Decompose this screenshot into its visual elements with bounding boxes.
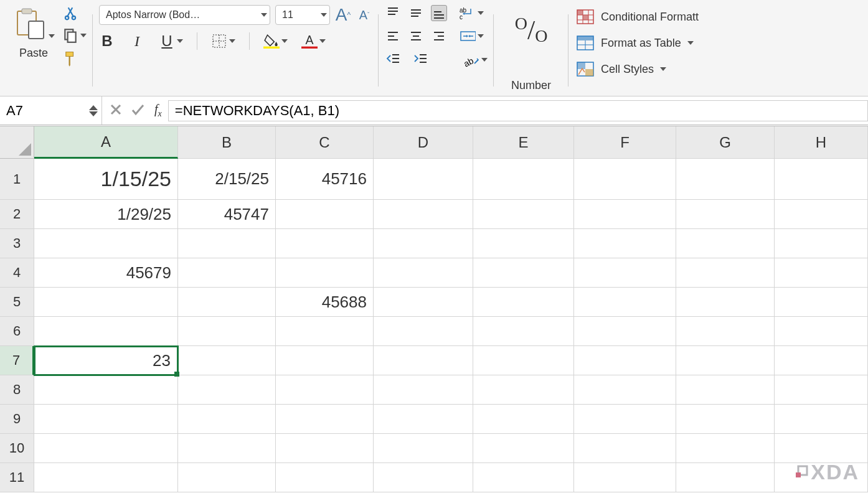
row-header-11[interactable]: 11 bbox=[0, 463, 34, 492]
cell-A9[interactable] bbox=[34, 405, 178, 434]
cell-G10[interactable] bbox=[676, 434, 775, 463]
cell-C9[interactable] bbox=[276, 405, 374, 434]
underline-caret[interactable] bbox=[177, 39, 183, 43]
name-box-up[interactable] bbox=[89, 105, 98, 110]
cell-B9[interactable] bbox=[178, 405, 276, 434]
cell-B2[interactable]: 45747 bbox=[178, 200, 276, 229]
row-header-10[interactable]: 10 bbox=[0, 434, 34, 463]
cell-D2[interactable] bbox=[374, 200, 473, 229]
cell-F5[interactable] bbox=[574, 288, 676, 317]
cell-F2[interactable] bbox=[574, 200, 676, 229]
cell-A5[interactable] bbox=[34, 288, 178, 317]
decrease-indent-button[interactable] bbox=[385, 52, 401, 68]
cell-D6[interactable] bbox=[374, 317, 473, 346]
cell-C1[interactable]: 45716 bbox=[276, 159, 374, 200]
col-header-F[interactable]: F bbox=[574, 126, 676, 159]
cell-styles-button[interactable]: Cell Styles bbox=[575, 57, 856, 81]
col-header-B[interactable]: B bbox=[178, 126, 276, 159]
cell-F8[interactable] bbox=[574, 375, 676, 405]
cell-H2[interactable] bbox=[775, 200, 868, 229]
cell-G9[interactable] bbox=[676, 405, 775, 434]
italic-button[interactable]: I bbox=[129, 33, 145, 49]
cell-F7[interactable] bbox=[574, 346, 676, 375]
col-header-A[interactable]: A bbox=[34, 126, 178, 159]
col-header-C[interactable]: C bbox=[276, 126, 374, 159]
cell-E7[interactable] bbox=[473, 346, 574, 375]
borders-button[interactable] bbox=[211, 33, 227, 49]
merge-center-button[interactable] bbox=[460, 28, 476, 44]
cell-D11[interactable] bbox=[374, 463, 473, 492]
cell-B8[interactable] bbox=[178, 375, 276, 405]
row-header-1[interactable]: 1 bbox=[0, 159, 34, 200]
bold-button[interactable]: B bbox=[99, 33, 115, 49]
cell-H10[interactable] bbox=[775, 434, 868, 463]
cell-C11[interactable] bbox=[276, 463, 374, 492]
cell-F9[interactable] bbox=[574, 405, 676, 434]
cell-F11[interactable] bbox=[574, 463, 676, 492]
cell-A10[interactable] bbox=[34, 434, 178, 463]
cell-G8[interactable] bbox=[676, 375, 775, 405]
cell-C5[interactable]: 45688 bbox=[276, 288, 374, 317]
align-bottom-button[interactable] bbox=[431, 5, 447, 21]
font-name-caret[interactable] bbox=[261, 13, 267, 17]
cell-E5[interactable] bbox=[473, 288, 574, 317]
cell-B11[interactable] bbox=[178, 463, 276, 492]
col-header-E[interactable]: E bbox=[473, 126, 574, 159]
cell-F10[interactable] bbox=[574, 434, 676, 463]
conditional-formatting-button[interactable]: Conditional Formatt bbox=[575, 5, 856, 29]
select-all-corner[interactable] bbox=[0, 126, 34, 159]
copy-button[interactable] bbox=[62, 27, 87, 44]
name-box-input[interactable] bbox=[6, 103, 75, 119]
cell-A3[interactable] bbox=[34, 229, 178, 258]
align-top-button[interactable] bbox=[385, 5, 401, 21]
cell-B10[interactable] bbox=[178, 434, 276, 463]
cell-A4[interactable]: 45679 bbox=[34, 258, 178, 288]
cell-B7[interactable] bbox=[178, 346, 276, 375]
cell-A2[interactable]: 1/29/25 bbox=[34, 200, 178, 229]
orientation-button[interactable]: ab bbox=[463, 52, 479, 68]
cell-H6[interactable] bbox=[775, 317, 868, 346]
cell-H8[interactable] bbox=[775, 375, 868, 405]
increase-indent-button[interactable] bbox=[412, 52, 428, 68]
row-header-9[interactable]: 9 bbox=[0, 405, 34, 434]
cell-A7[interactable]: 23 bbox=[34, 345, 179, 376]
formula-input[interactable] bbox=[168, 100, 868, 121]
font-color-button[interactable]: A bbox=[301, 33, 318, 49]
decrease-font-size-button[interactable]: Aˇ bbox=[356, 7, 372, 23]
cell-B4[interactable] bbox=[178, 258, 276, 288]
col-header-G[interactable]: G bbox=[676, 126, 775, 159]
cell-C8[interactable] bbox=[276, 375, 374, 405]
cell-H4[interactable] bbox=[775, 258, 868, 288]
cell-B3[interactable] bbox=[178, 229, 276, 258]
cell-H1[interactable] bbox=[775, 159, 868, 200]
name-box[interactable] bbox=[0, 96, 102, 124]
cell-B1[interactable]: 2/15/25 bbox=[178, 159, 276, 200]
cell-G3[interactable] bbox=[676, 229, 775, 258]
fill-color-caret[interactable] bbox=[281, 39, 288, 43]
cell-D5[interactable] bbox=[374, 288, 473, 317]
row-header-7[interactable]: 7 bbox=[0, 346, 34, 375]
format-as-table-button[interactable]: Format as Table bbox=[575, 31, 856, 55]
cancel-formula-button[interactable] bbox=[110, 103, 122, 118]
orientation-caret[interactable] bbox=[481, 58, 488, 62]
font-size-select[interactable]: 11 bbox=[275, 5, 330, 25]
format-painter-button[interactable] bbox=[62, 50, 80, 67]
cell-C2[interactable] bbox=[276, 200, 374, 229]
cell-B5[interactable] bbox=[178, 288, 276, 317]
cell-E6[interactable] bbox=[473, 317, 574, 346]
cell-E2[interactable] bbox=[473, 200, 574, 229]
wrap-text-button[interactable]: abc bbox=[460, 5, 476, 21]
row-header-5[interactable]: 5 bbox=[0, 288, 34, 317]
row-header-4[interactable]: 4 bbox=[0, 258, 34, 288]
col-header-H[interactable]: H bbox=[775, 126, 868, 159]
increase-font-size-button[interactable]: A^ bbox=[335, 7, 351, 23]
cell-E11[interactable] bbox=[473, 463, 574, 492]
cell-D9[interactable] bbox=[374, 405, 473, 434]
cell-H9[interactable] bbox=[775, 405, 868, 434]
align-right-button[interactable] bbox=[431, 28, 447, 44]
cell-C10[interactable] bbox=[276, 434, 374, 463]
cell-styles-caret[interactable] bbox=[660, 67, 666, 71]
cell-E1[interactable] bbox=[473, 159, 574, 200]
cell-G6[interactable] bbox=[676, 317, 775, 346]
cut-button[interactable] bbox=[62, 5, 78, 21]
